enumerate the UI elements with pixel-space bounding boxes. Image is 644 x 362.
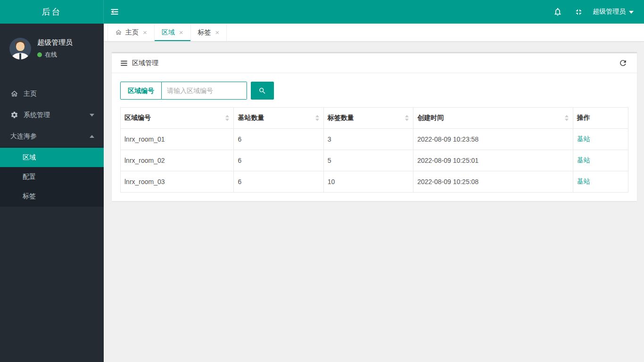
tab-bar: 主页 × 区域 × 标签 × — [104, 24, 644, 42]
cell-created: 2022-08-09 10:23:58 — [413, 129, 573, 150]
sort-icon[interactable] — [565, 115, 569, 121]
column-header-action: 操作 — [573, 108, 628, 129]
station-link[interactable]: 基站 — [577, 135, 590, 143]
sidebar-user-panel: 超级管理员 在线 — [0, 24, 104, 70]
home-icon — [115, 29, 122, 36]
sort-desc-icon — [405, 119, 409, 121]
sort-icon[interactable] — [405, 115, 409, 121]
app-logo[interactable]: 后台 — [0, 0, 104, 24]
cell-tags: 5 — [323, 150, 413, 171]
sort-asc-icon — [225, 115, 229, 118]
sidebar-subitem-config[interactable]: 配置 — [0, 167, 104, 186]
station-link[interactable]: 基站 — [577, 177, 590, 185]
avatar-face — [16, 42, 25, 51]
tab-region[interactable]: 区域 × — [155, 24, 191, 41]
column-header-region[interactable]: 区域编号 — [121, 108, 234, 129]
station-link[interactable]: 基站 — [577, 156, 590, 164]
page-title: 区域管理 — [132, 59, 158, 67]
search-row: 区域编号 — [120, 82, 628, 100]
search-field-label[interactable]: 区域编号 — [120, 82, 162, 100]
region-management-card: 区域管理 区域编号 区域编号基站数量标签数量创建时间操作 — [112, 52, 637, 201]
tab-label: 主页 — [125, 28, 139, 37]
notifications-button[interactable] — [547, 0, 568, 24]
column-label: 区域编号 — [124, 114, 151, 121]
user-menu-label: 超级管理员 — [593, 8, 626, 16]
sidebar-item-label: 大连海参 — [10, 132, 37, 141]
fullscreen-exit-icon — [574, 8, 583, 17]
cell-tags: 3 — [323, 129, 413, 150]
user-meta: 超级管理员 在线 — [37, 38, 73, 59]
sidebar-toggle-icon — [110, 7, 119, 17]
search-button[interactable] — [251, 82, 274, 100]
column-header-created[interactable]: 创建时间 — [413, 108, 573, 129]
refresh-icon — [619, 59, 627, 67]
sort-desc-icon — [225, 119, 229, 121]
tab-label: 标签 — [198, 28, 211, 37]
user-status-label: 在线 — [45, 51, 57, 59]
column-header-stations[interactable]: 基站数量 — [234, 108, 323, 129]
sidebar-submenu: 区域 配置 标签 — [0, 147, 104, 207]
close-icon[interactable]: × — [179, 29, 183, 36]
sidebar-item-label: 系统管理 — [24, 111, 50, 119]
cell-region: lnrx_room_02 — [121, 150, 234, 171]
tab-label: 区域 — [162, 28, 175, 37]
table-row: lnrx_room_02652022-08-09 10:25:01基站 — [121, 150, 628, 171]
table-row: lnrx_room_01632022-08-09 10:23:58基站 — [121, 129, 628, 150]
sort-asc-icon — [405, 115, 409, 118]
tab-home[interactable]: 主页 × — [107, 24, 155, 41]
sort-icon[interactable] — [225, 115, 229, 121]
cell-region: lnrx_room_03 — [121, 171, 234, 193]
sidebar-menu: 主页 系统管理 大连海参 区域 配置 标签 — [0, 83, 104, 207]
column-label: 创建时间 — [417, 114, 444, 121]
sidebar-item-system-management[interactable]: 系统管理 — [0, 104, 104, 126]
card-header: 区域管理 — [112, 53, 637, 73]
column-label: 基站数量 — [238, 114, 264, 121]
user-name: 超级管理员 — [37, 38, 73, 47]
sidebar-subitem-tag[interactable]: 标签 — [0, 186, 104, 206]
cell-stations: 6 — [234, 171, 323, 193]
avatar-tie — [19, 53, 21, 59]
sort-icon[interactable] — [315, 115, 319, 121]
main-content: 主页 × 区域 × 标签 × 区域管理 — [104, 24, 644, 362]
sidebar-toggle-button[interactable] — [104, 0, 125, 24]
cell-created: 2022-08-09 10:25:08 — [413, 171, 573, 193]
table-row: lnrx_room_036102022-08-09 10:25:08基站 — [121, 171, 628, 193]
cell-region: lnrx_room_01 — [121, 129, 234, 150]
region-table: 区域编号基站数量标签数量创建时间操作 lnrx_room_01632022-08… — [120, 107, 628, 193]
caret-up-icon — [90, 135, 94, 138]
topbar: 后台 超级管理员 — [0, 0, 644, 24]
column-label: 操作 — [577, 114, 590, 121]
sidebar: 超级管理员 在线 主页 系统管理 大连海参 — [0, 24, 104, 362]
column-label: 标签数量 — [328, 114, 354, 121]
user-menu[interactable]: 超级管理员 — [593, 8, 634, 16]
cell-action: 基站 — [573, 129, 628, 150]
sidebar-item-dalian-haishen[interactable]: 大连海参 — [0, 126, 104, 147]
fullscreen-exit-button[interactable] — [568, 0, 589, 24]
sort-asc-icon — [565, 115, 569, 118]
cell-stations: 6 — [234, 150, 323, 171]
sort-desc-icon — [565, 119, 569, 121]
sort-asc-icon — [315, 115, 319, 118]
tab-tag[interactable]: 标签 × — [191, 24, 227, 41]
cell-stations: 6 — [234, 129, 323, 150]
cell-action: 基站 — [573, 150, 628, 171]
topbar-actions: 超级管理员 — [547, 0, 644, 24]
sidebar-item-label: 主页 — [24, 90, 37, 98]
table-body: lnrx_room_01632022-08-09 10:23:58基站lnrx_… — [121, 129, 628, 193]
list-icon — [120, 60, 128, 67]
search-input[interactable] — [162, 82, 247, 100]
refresh-button[interactable] — [617, 58, 628, 69]
bell-icon — [553, 7, 562, 17]
column-header-tags[interactable]: 标签数量 — [323, 108, 413, 129]
table-head-row: 区域编号基站数量标签数量创建时间操作 — [121, 108, 628, 129]
cell-created: 2022-08-09 10:25:01 — [413, 150, 573, 171]
close-icon[interactable]: × — [215, 29, 220, 36]
online-status-icon — [37, 52, 42, 57]
caret-down-icon — [629, 11, 634, 14]
gear-icon — [10, 111, 18, 119]
close-icon[interactable]: × — [143, 29, 147, 36]
user-status: 在线 — [37, 51, 73, 59]
avatar[interactable] — [9, 38, 31, 59]
sidebar-item-home[interactable]: 主页 — [0, 83, 104, 104]
sidebar-subitem-region[interactable]: 区域 — [0, 148, 104, 167]
